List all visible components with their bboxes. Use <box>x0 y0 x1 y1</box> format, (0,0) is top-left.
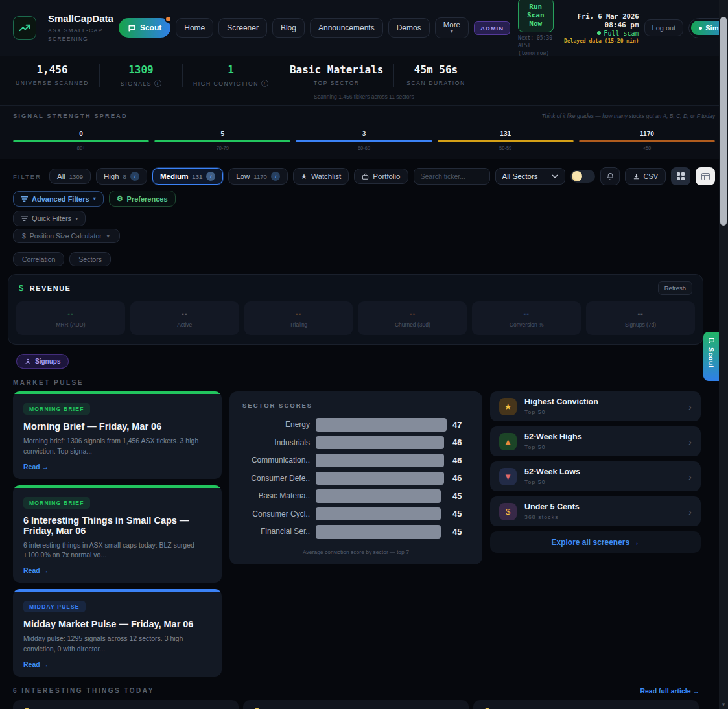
preferences-button[interactable]: ⚙Preferences <box>109 191 176 207</box>
scrollbar-thumb[interactable] <box>720 17 727 226</box>
nav-screener[interactable]: Screener <box>218 18 267 38</box>
briefcase-icon <box>362 173 369 180</box>
sliders-icon <box>21 196 28 202</box>
nav-demos[interactable]: Demos <box>388 18 430 38</box>
card-title: 6 Interesting Things in Small Caps — Fri… <box>23 515 211 536</box>
person-icon <box>25 358 31 365</box>
quick-filters-button[interactable]: Quick Filters▾ <box>13 211 86 226</box>
chevron-down-icon: ▾ <box>451 29 453 35</box>
pulse-card-interesting-things[interactable]: MORNING BRIEF 6 Interesting Things in Sm… <box>13 485 222 583</box>
sector-score-row: Industrials46 <box>242 436 469 450</box>
sector-score-row: Communication..46 <box>242 454 469 467</box>
info-icon[interactable]: i <box>154 80 161 87</box>
current-time: 08:46 pm <box>605 21 639 29</box>
moon-icon <box>572 171 582 181</box>
revenue-card-active: --Active <box>130 301 239 335</box>
current-date: Fri, 6 Mar 2026 <box>578 12 639 20</box>
status-dot <box>597 31 601 35</box>
theme-toggle[interactable] <box>570 170 595 183</box>
sectors-button[interactable]: Sectors <box>69 252 111 266</box>
thing-card-2[interactable]: #2 OVT surged +100.0% on 14x normal volu… <box>243 700 469 709</box>
sector-select[interactable]: All Sectors <box>495 168 566 185</box>
nav-blog[interactable]: Blog <box>272 18 305 38</box>
spread-segment: 360-69 <box>296 130 432 151</box>
notification-dot <box>165 16 172 23</box>
spread-hint: Think of it like grades — how many stock… <box>542 113 715 119</box>
nav-scout-button[interactable]: Scout <box>119 18 170 38</box>
chat-bubble-icon <box>708 337 715 344</box>
read-link[interactable]: Read → <box>23 463 211 471</box>
screener-under-5-cents[interactable]: $ Under 5 Cents368 stocks › <box>490 496 701 526</box>
grid-view-button[interactable] <box>671 167 690 185</box>
nav-home[interactable]: Home <box>176 18 213 38</box>
stat-high-conviction: 1 HIGH CONVICTIONi <box>183 64 279 87</box>
card-badge: MORNING BRIEF <box>23 497 90 509</box>
filter-low[interactable]: Low1170i <box>228 168 288 185</box>
table-view-button[interactable] <box>696 167 715 185</box>
export-csv-button[interactable]: CSV <box>625 168 666 185</box>
run-scan-button[interactable]: Run Scan Now <box>518 0 553 32</box>
search-input[interactable] <box>414 168 490 185</box>
thing-card-1[interactable]: #1 BLZ surged +100.0% on 7x normal volum… <box>13 700 239 709</box>
read-full-article-link[interactable]: Read full article → <box>640 687 699 695</box>
sector-score-row: Energy47 <box>242 418 469 432</box>
screener-52-week-highs[interactable]: ▲ 52-Week HighsTop 50 › <box>490 426 701 456</box>
nav-more-button[interactable]: More ▾ <box>435 17 469 38</box>
read-link[interactable]: Read → <box>23 566 211 574</box>
chevron-down-icon <box>552 174 558 178</box>
logout-button[interactable]: Log out <box>644 19 684 36</box>
explore-all-screeners-link[interactable]: Explore all screeners → <box>490 531 701 553</box>
grid-icon <box>677 172 685 180</box>
screener-highest-conviction[interactable]: ★ Highest ConvictionTop 50 › <box>490 391 701 421</box>
scroll-down-arrow[interactable]: ▼ <box>719 702 728 708</box>
filter-high[interactable]: High8i <box>96 168 147 185</box>
trending-up-icon <box>18 21 31 34</box>
filter-medium[interactable]: Medium131i <box>152 168 223 185</box>
filter-toolbar: FILTER All1309 High8i Medium131i Low1170… <box>0 159 728 266</box>
delayed-data-note: Delayed data (15-20 min) <box>564 38 639 44</box>
card-body: Midday pulse: 1295 signals across 12 sec… <box>23 634 211 655</box>
spread-segment: 080+ <box>13 130 149 151</box>
chevron-right-icon: › <box>688 401 692 412</box>
portfolio-button[interactable]: Portfolio <box>354 169 408 184</box>
card-badge: MIDDAY PULSE <box>23 601 86 612</box>
signups-button[interactable]: Signups <box>16 354 69 369</box>
card-badge: MORNING BRIEF <box>23 403 90 415</box>
bell-icon <box>606 172 615 181</box>
sector-score-row: Consumer Cycl..45 <box>242 507 469 521</box>
info-icon: i <box>130 172 139 181</box>
sector-score-row: Basic Materia..45 <box>242 489 469 503</box>
sector-scores-title: SECTOR SCORES <box>242 402 469 409</box>
position-size-calculator-button[interactable]: $Position Size Calculator▼ <box>13 229 120 243</box>
thing-card-3[interactable]: #3 TWE rose +2.8% with 14.4% of shares s… <box>473 700 699 709</box>
filter-all[interactable]: All1309 <box>49 169 91 184</box>
revenue-card-trialing: --Trialing <box>244 301 353 335</box>
watchlist-button[interactable]: ★Watchlist <box>293 168 349 185</box>
notifications-button[interactable] <box>600 167 620 185</box>
info-icon[interactable]: i <box>261 80 268 87</box>
pulse-cards-column: MORNING BRIEF Morning Brief — Friday, Ma… <box>13 391 222 677</box>
revenue-card-conversion: --Conversion % <box>472 301 581 335</box>
screener-52-week-lows[interactable]: ▼ 52-Week LowsTop 50 › <box>490 461 701 491</box>
chevron-right-icon: › <box>688 506 692 517</box>
things-heading: 6 INTERESTING THINGS TODAY <box>13 687 154 694</box>
pulse-card-midday-pulse[interactable]: MIDDAY PULSE Midday Market Pulse — Frida… <box>13 589 222 677</box>
read-link[interactable]: Read → <box>23 660 211 668</box>
scout-floating-tab[interactable]: Scout <box>703 332 719 381</box>
spread-segment: 1170<50 <box>579 130 715 151</box>
spread-segment: 13150-59 <box>438 130 574 151</box>
advanced-filters-button[interactable]: Advanced Filters▾ <box>13 191 104 207</box>
card-title: Midday Market Pulse — Friday, Mar 06 <box>23 619 211 629</box>
top-navigation-bar: SmallCapData ASX SMALL-CAP SCREENING Sco… <box>0 0 728 56</box>
correlation-button[interactable]: Correlation <box>13 252 64 266</box>
sliders-icon <box>21 215 28 222</box>
scan-status: Full scan <box>597 30 639 37</box>
nav-announcements[interactable]: Announcements <box>310 18 383 38</box>
datetime-block: Fri, 6 Mar 2026 08:46 pm Full scan Delay… <box>563 12 639 44</box>
pulse-card-morning-brief[interactable]: MORNING BRIEF Morning Brief — Friday, Ma… <box>13 391 222 479</box>
refresh-button[interactable]: Refresh <box>658 281 692 295</box>
filter-label: FILTER <box>13 173 41 180</box>
page-scrollbar[interactable]: ▼ <box>719 0 728 709</box>
scan-caption: Scanning 1,456 tickers across 11 sectors <box>13 93 715 100</box>
stat-scan-duration: 45m 56s SCAN DURATION <box>394 64 477 87</box>
